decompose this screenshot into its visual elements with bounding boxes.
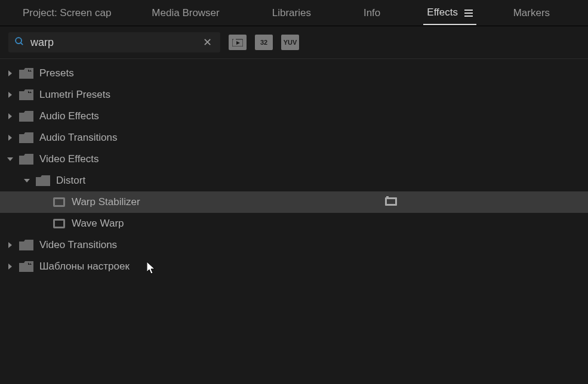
svg-rect-15 (387, 199, 395, 204)
chevron-right-icon[interactable] (5, 135, 16, 141)
tab-libraries[interactable]: Libraries (258, 1, 325, 25)
chevron-right-icon[interactable] (5, 113, 16, 119)
svg-rect-14 (386, 196, 389, 198)
tree-label: Distort (56, 175, 85, 187)
tab-info[interactable]: Info (349, 1, 395, 25)
effects-tree: Presets Lumetri Presets Audio Effects Au… (0, 59, 588, 277)
tab-effects[interactable]: Effects (412, 1, 487, 25)
tree-folder-templates[interactable]: Шаблоны настроек (0, 256, 588, 277)
tree-folder-lumetri-presets[interactable]: Lumetri Presets (0, 84, 588, 106)
tree-folder-audio-effects[interactable]: Audio Effects (0, 106, 588, 127)
chevron-right-icon[interactable] (5, 264, 16, 270)
search-input[interactable] (30, 36, 201, 49)
tree-label: Video Transitions (39, 239, 117, 251)
svg-marker-5 (8, 70, 12, 76)
chevron-right-icon[interactable] (5, 92, 16, 98)
svg-rect-12 (55, 199, 63, 205)
preset-folder-icon (19, 261, 33, 272)
tree-label: Video Effects (39, 153, 99, 165)
effect-icon (53, 197, 66, 208)
clear-search-icon[interactable]: ✕ (201, 36, 214, 49)
panel-menu-icon[interactable] (464, 7, 473, 19)
svg-marker-6 (8, 92, 12, 98)
svg-marker-19 (8, 264, 12, 270)
folder-icon (19, 154, 33, 165)
tree-folder-audio-transitions[interactable]: Audio Transitions (0, 127, 588, 148)
svg-rect-3 (233, 38, 236, 40)
svg-line-1 (21, 42, 23, 45)
search-box[interactable]: ✕ (8, 32, 220, 52)
tree-label: Lumetri Presets (39, 89, 110, 101)
tree-label: Audio Transitions (39, 132, 117, 144)
effect-icon (53, 218, 66, 229)
filter-yuv-button[interactable]: YUV (281, 35, 299, 50)
svg-point-0 (16, 38, 21, 44)
preset-folder-icon (19, 68, 33, 79)
svg-marker-10 (24, 179, 30, 182)
chevron-right-icon[interactable] (5, 242, 16, 248)
search-icon (14, 36, 24, 49)
tree-label: Warp Stabilizer (72, 196, 140, 208)
tree-label: Шаблоны настроек (39, 261, 130, 272)
search-filter-row: ✕ 32 YUV (0, 26, 588, 59)
tree-folder-presets[interactable]: Presets (0, 63, 588, 84)
chevron-down-icon[interactable] (21, 178, 32, 184)
svg-marker-9 (7, 157, 13, 161)
tree-folder-distort[interactable]: Distort (0, 170, 588, 191)
folder-icon (19, 111, 33, 122)
tab-project[interactable]: Project: Screen cap (8, 1, 125, 25)
tree-folder-video-effects[interactable]: Video Effects (0, 148, 588, 170)
svg-marker-7 (8, 113, 12, 119)
folder-icon (36, 175, 50, 186)
filter-32bit-button[interactable]: 32 (255, 35, 273, 50)
filter-accelerated-button[interactable] (229, 35, 247, 50)
tree-label: Wave Warp (72, 218, 124, 230)
chevron-down-icon[interactable] (5, 156, 16, 162)
svg-marker-8 (8, 135, 12, 141)
tab-markers[interactable]: Markers (499, 1, 564, 25)
tree-label: Presets (39, 67, 74, 79)
panel-tab-bar: Project: Screen cap Media Browser Librar… (0, 0, 588, 26)
chevron-right-icon[interactable] (5, 70, 16, 76)
accelerated-badge-icon (385, 196, 397, 209)
tree-folder-video-transitions[interactable]: Video Transitions (0, 234, 588, 256)
tree-effect-wave-warp[interactable]: Wave Warp (0, 213, 588, 234)
tree-effect-warp-stabilizer[interactable]: Warp Stabilizer (0, 191, 588, 213)
tree-label: Audio Effects (39, 110, 99, 122)
svg-rect-17 (55, 221, 63, 227)
folder-icon (19, 132, 33, 143)
tab-effects-label: Effects (427, 7, 458, 18)
tab-media-browser[interactable]: Media Browser (137, 1, 233, 25)
svg-marker-18 (8, 242, 12, 248)
preset-folder-icon (19, 89, 33, 100)
folder-icon (19, 240, 33, 250)
